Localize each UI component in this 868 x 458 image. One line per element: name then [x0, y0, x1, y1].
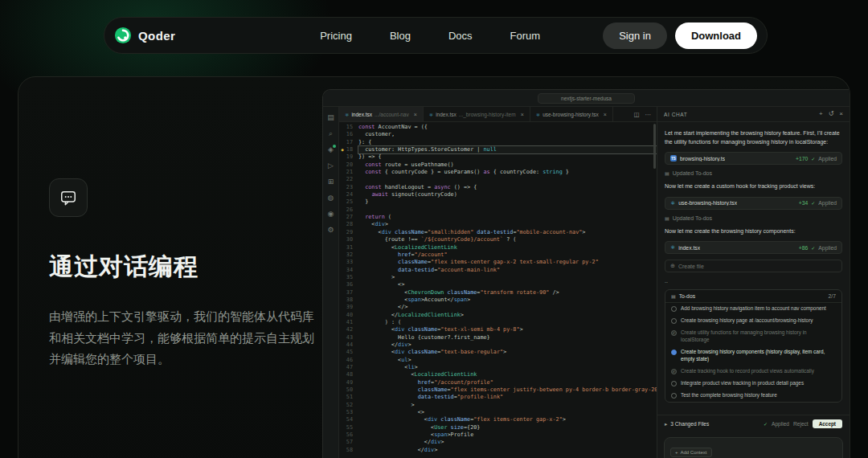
- todo-item[interactable]: Integrate product view tracking in produ…: [665, 378, 841, 390]
- line-number: 45: [346, 349, 358, 356]
- nav-actions: Sign in Download: [603, 22, 757, 49]
- line-number: 36: [346, 281, 358, 288]
- code-line: 39 </>: [339, 304, 657, 311]
- todo-text: Create utility functions for managing br…: [681, 329, 836, 344]
- download-button[interactable]: Download: [675, 22, 757, 49]
- code-line: 58 </div>: [339, 447, 657, 454]
- extensions-icon[interactable]: ⊞: [328, 178, 334, 186]
- code-line: 21 const { countryCode } = useParams() a…: [339, 169, 657, 176]
- diff-added-count: +170: [796, 156, 808, 162]
- code-line: 27 return (: [339, 214, 657, 221]
- history-icon[interactable]: ↺: [829, 111, 834, 117]
- source-control-icon[interactable]: ◈: [328, 146, 334, 153]
- code-text: <LocalizedClientLink: [358, 371, 657, 378]
- gutter-marker: [339, 431, 346, 439]
- more-actions-icon[interactable]: ⋯: [645, 111, 652, 118]
- split-editor-icon[interactable]: ◫: [633, 111, 639, 118]
- line-number: 22: [346, 176, 358, 183]
- diff-added-count: +86: [799, 245, 809, 251]
- hero-panel: 通过对话编程 由增强的上下文引擎驱动，我们的智能体从代码库和相关文档中学习，能够…: [18, 76, 850, 458]
- todo-item[interactable]: Add browsing history navigation item to …: [665, 303, 841, 315]
- brand-name: Qoder: [138, 29, 175, 43]
- updated-todos-row[interactable]: ▤Updated To-dos: [665, 170, 842, 176]
- gutter-marker: [339, 439, 346, 446]
- nav-link-pricing[interactable]: Pricing: [320, 30, 352, 42]
- todo-list-icon: ▤: [665, 170, 669, 176]
- close-chat-icon[interactable]: ×: [839, 111, 843, 117]
- gutter-marker: [339, 207, 346, 214]
- run-debug-icon[interactable]: ▷: [328, 162, 334, 170]
- todo-item[interactable]: Create browsing history components (hist…: [665, 346, 841, 366]
- code-line: 50 className="flex items-center justify-…: [339, 386, 657, 394]
- line-number: 15: [346, 124, 358, 131]
- nav-link-forum[interactable]: Forum: [510, 30, 541, 42]
- create-file-row[interactable]: ⊕Create file: [665, 260, 842, 272]
- expand-changed-files-icon[interactable]: ▸: [665, 421, 667, 427]
- code-line: 53 <>: [339, 409, 657, 416]
- gutter-marker: [339, 214, 346, 221]
- line-number: 16: [346, 131, 358, 138]
- account-icon[interactable]: ◉: [328, 211, 334, 218]
- todo-item[interactable]: Test the complete browsing history featu…: [665, 390, 841, 402]
- gutter-marker: [339, 371, 346, 378]
- todo-text: Create browsing history page at /account…: [681, 317, 813, 325]
- todo-text: Integrate product view tracking in produ…: [681, 380, 804, 387]
- reject-button[interactable]: Reject: [793, 421, 809, 427]
- file-type-icon: ⚛: [536, 112, 540, 117]
- code-lines: 15const AccountNav = ({16 customer,17}: …: [339, 124, 657, 454]
- chat-composer[interactable]: + Add Context Continue or '/' to start a…: [664, 437, 843, 458]
- gutter-marker: [339, 251, 346, 259]
- search-icon[interactable]: ⌕: [329, 130, 333, 137]
- close-tab-icon[interactable]: ×: [521, 112, 524, 117]
- gutter-marker: [339, 139, 346, 146]
- changed-files-row[interactable]: ▸ 3 Changed Files ✓ Applied Reject Accep…: [657, 415, 850, 432]
- code-line: 15const AccountNav = ({: [339, 124, 657, 131]
- gutter-marker: ●: [339, 146, 346, 153]
- file-card[interactable]: ⚛index.tsx+86✓Applied: [665, 241, 842, 254]
- todo-item[interactable]: ✓Create utility functions for managing b…: [665, 327, 841, 346]
- code-line: 28 <div>: [339, 221, 657, 228]
- code-line: 57 </div>: [339, 439, 657, 446]
- editor-scrollbar[interactable]: [653, 124, 656, 169]
- add-context-chip[interactable]: + Add Context: [670, 448, 712, 457]
- todo-text: Add browsing history navigation item to …: [681, 305, 826, 313]
- updated-todos-row[interactable]: ▤Updated To-dos: [665, 215, 842, 221]
- code-text: </LocalizedClientLink>: [358, 312, 657, 319]
- project-title[interactable]: nextjs-starter-medusa: [538, 93, 635, 104]
- settings-icon[interactable]: ⚙: [327, 227, 334, 234]
- todo-item[interactable]: ✓Create tracking hook to record product …: [665, 366, 841, 378]
- nav-link-blog[interactable]: Blog: [390, 30, 411, 42]
- nav-link-docs[interactable]: Docs: [448, 30, 473, 42]
- code-text: <span>Account</span>: [358, 296, 657, 304]
- create-file-label: Create file: [678, 264, 704, 269]
- todo-item[interactable]: Create browsing history page at /account…: [665, 315, 841, 327]
- editor-tab[interactable]: ⚛index.tsx..._browsing-history-item×: [424, 107, 530, 121]
- new-chat-icon[interactable]: +: [819, 111, 823, 117]
- brand[interactable]: Qoder: [114, 27, 175, 44]
- file-type-icon: ⚛: [429, 112, 433, 117]
- gutter-marker: [339, 169, 346, 176]
- gutter-marker: [339, 274, 346, 281]
- code-text: <li>: [358, 364, 657, 371]
- editor-tab[interactable]: ⚛use-browsing-history.tsx×: [530, 107, 613, 121]
- gutter-marker: [339, 424, 346, 431]
- line-number: 47: [346, 364, 358, 371]
- file-card[interactable]: ⚛use-browsing-history.tsx+34✓Applied: [665, 197, 842, 210]
- code-text: Hello {customer?.first_name}: [358, 334, 657, 341]
- editor-tab[interactable]: ⚛index.tsx.../account-nav×: [339, 107, 424, 121]
- explorer-icon[interactable]: ▤: [327, 114, 334, 121]
- gutter-marker: [339, 153, 346, 161]
- gutter-marker: [339, 191, 346, 198]
- code-text: await signout(countryCode): [358, 191, 657, 198]
- sign-in-button[interactable]: Sign in: [603, 22, 667, 49]
- file-card[interactable]: TSbrowsing-history.ts+170✓Applied: [665, 152, 842, 165]
- chat-header: AI CHAT + ↺ ×: [657, 107, 850, 122]
- code-text: <LocalizedClientLink: [358, 244, 657, 251]
- chat-icon[interactable]: ◍: [328, 194, 334, 202]
- accept-button[interactable]: Accept: [813, 419, 842, 428]
- close-tab-icon[interactable]: ×: [414, 112, 417, 117]
- todo-status-icon: [671, 350, 677, 355]
- code-line: 48 <LocalizedClientLink: [339, 371, 657, 378]
- close-tab-icon[interactable]: ×: [604, 112, 607, 117]
- code-editor[interactable]: 15const AccountNav = ({16 customer,17}: …: [339, 122, 657, 458]
